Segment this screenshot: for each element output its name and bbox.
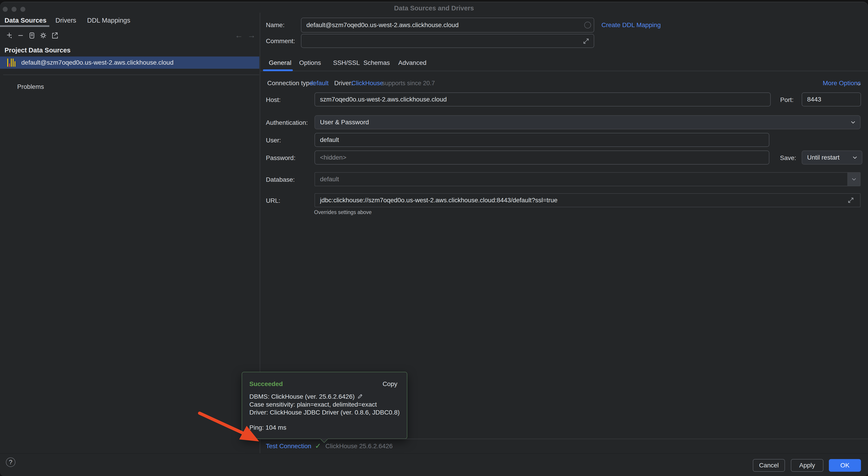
help-label: ? (9, 459, 12, 466)
tab-ddl-mappings[interactable]: DDL Mappings (87, 17, 130, 24)
open-in-new-icon[interactable] (50, 31, 59, 40)
ping-line: Ping: 104 ms (249, 424, 286, 431)
more-options-link[interactable]: More Options (823, 79, 861, 87)
cancel-button[interactable]: Cancel (753, 459, 785, 472)
apply-button[interactable]: Apply (791, 459, 824, 472)
authentication-select[interactable]: User & Password (314, 115, 861, 129)
edit-pencil-icon[interactable] (357, 393, 364, 400)
connection-type-label: Connection type: (267, 79, 315, 87)
dialog-footer-separator (0, 453, 868, 454)
tab-general[interactable]: General (269, 59, 291, 66)
test-connection-result-popup: Succeeded Copy DBMS: ClickHouse (ver. 25… (242, 372, 407, 439)
save-label: Save: (780, 155, 796, 162)
tabs-divider (260, 71, 868, 71)
database-combobox[interactable] (314, 172, 861, 186)
data-source-list-item[interactable]: default@szm7oqed0o.us-west-2.aws.clickho… (0, 57, 259, 69)
active-tab-indicator (0, 25, 49, 27)
dialog-title: Data Sources and Drivers (0, 4, 868, 12)
tree-divider (3, 75, 259, 75)
connection-type-value-link[interactable]: default (310, 79, 329, 87)
port-label: Port: (780, 96, 794, 104)
copy-link[interactable]: Copy (383, 380, 397, 387)
test-connection-link[interactable]: Test Connection (266, 443, 311, 450)
driver-support-note: supports since 20.7 (382, 80, 435, 87)
name-input[interactable] (301, 18, 594, 33)
dbms-line: DBMS: ClickHouse (ver. 25.6.2.6426) (249, 393, 364, 400)
ok-button[interactable]: OK (829, 459, 861, 472)
database-label: Database: (266, 176, 295, 183)
url-input[interactable] (314, 193, 861, 207)
project-data-sources-header: Project Data Sources (4, 46, 71, 54)
chevron-down-icon (852, 155, 858, 161)
driver-label: Driver: (334, 79, 353, 87)
expand-icon[interactable] (583, 37, 590, 45)
forward-arrow-icon[interactable]: → (248, 31, 256, 40)
name-label: Name: (266, 22, 284, 29)
save-select[interactable]: Until restart (802, 150, 862, 165)
remove-icon[interactable] (16, 31, 25, 40)
tab-schemas[interactable]: Schemas (363, 59, 390, 66)
user-label: User: (266, 137, 281, 144)
comment-input[interactable] (301, 34, 594, 48)
dbms-text: DBMS: ClickHouse (ver. 25.6.2.6426) (249, 393, 354, 400)
port-input[interactable] (802, 93, 861, 106)
expand-icon[interactable] (847, 197, 855, 204)
tab-data-sources[interactable]: Data Sources (4, 17, 46, 24)
problems-node[interactable]: Problems (17, 83, 44, 91)
clickhouse-icon (7, 59, 16, 67)
help-button[interactable]: ? (6, 457, 16, 467)
tab-ssh-ssl[interactable]: SSH/SSL (333, 59, 360, 66)
refresh-circle-icon (584, 22, 591, 29)
authentication-value: User & Password (320, 118, 369, 126)
comment-label: Comment: (266, 37, 295, 45)
case-sensitivity-line: Case sensitivity: plain=exact, delimited… (249, 401, 377, 408)
user-input[interactable] (314, 133, 769, 147)
chevron-down-icon (850, 120, 856, 125)
dialog-window (0, 2, 868, 476)
active-tab-underline (263, 69, 293, 71)
status-succeeded: Succeeded (249, 380, 283, 387)
url-note: Overrides settings above (314, 209, 372, 215)
password-label: Password: (266, 155, 296, 162)
tab-options[interactable]: Options (299, 59, 321, 66)
data-sources-dialog: Data Sources and Drivers Data Sources Dr… (0, 0, 868, 476)
settings-icon[interactable] (39, 31, 48, 40)
host-label: Host: (266, 96, 281, 104)
host-input[interactable] (314, 93, 771, 106)
data-source-name: default@szm7oqed0o.us-west-2.aws.clickho… (21, 59, 174, 66)
password-input[interactable] (314, 150, 769, 165)
duplicate-icon[interactable] (28, 31, 36, 40)
chevron-down-icon (856, 81, 862, 89)
url-label: URL: (266, 197, 280, 204)
back-arrow-icon[interactable]: ← (235, 31, 243, 40)
checkmark-icon: ✓ (315, 442, 321, 450)
create-ddl-mapping-link[interactable]: Create DDL Mapping (601, 22, 661, 29)
add-icon[interactable] (5, 31, 13, 40)
server-version-text: ClickHouse 25.6.2.6426 (326, 443, 393, 450)
database-dropdown-button[interactable] (847, 173, 860, 186)
authentication-label: Authentication: (266, 119, 308, 126)
driver-value-link[interactable]: ClickHouse (351, 79, 383, 87)
footer-separator (260, 439, 868, 439)
save-value: Until restart (807, 154, 839, 161)
tab-advanced[interactable]: Advanced (398, 59, 427, 66)
tab-drivers[interactable]: Drivers (56, 17, 76, 24)
driver-line: Driver: ClickHouse JDBC Driver (ver. 0.8… (249, 409, 400, 416)
